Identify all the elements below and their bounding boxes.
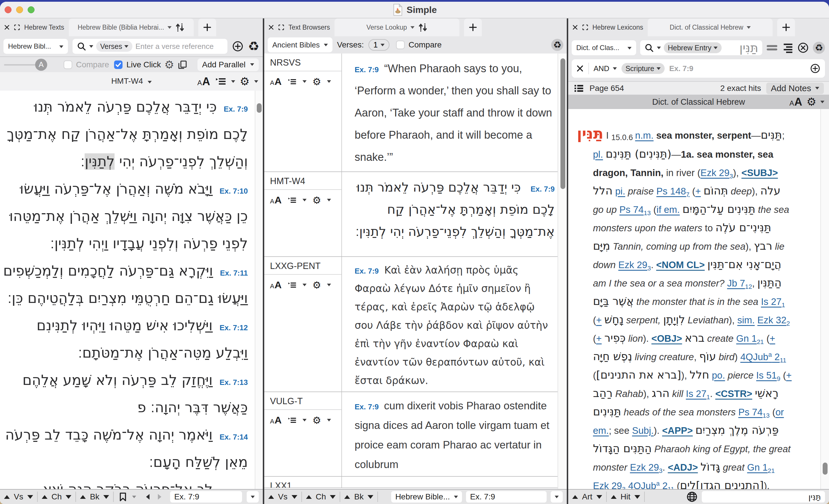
live-click-checkbox[interactable]: Live Click [114,60,161,69]
chevron-down-icon[interactable] [251,496,255,498]
verse-ref[interactable]: Ex. 7:9 [355,402,379,411]
verse-ref[interactable]: Ex. 7:9 [355,267,379,275]
lex-segment[interactable]: <OBJ> [651,333,682,344]
add-circle-icon[interactable] [810,63,820,74]
close-icon[interactable] [268,25,274,30]
lex-segment[interactable]: + [695,186,700,196]
up-triangle-icon[interactable] [4,495,10,499]
module-dropdown[interactable]: Hebrew Bible... [391,491,462,503]
verse-ref[interactable]: Ex. 7:15 [220,487,248,489]
amplify-button[interactable]: ♻ [551,39,563,51]
lex-segment[interactable]: Ps 7413 [738,407,770,417]
gear-icon[interactable]: ⚙ [806,96,816,107]
lex-segment[interactable]: po. [712,370,725,381]
next-arrow-icon[interactable] [156,493,163,501]
slider-knob[interactable]: A [35,59,47,71]
chevron-down-icon[interactable] [327,80,331,83]
lex-segment[interactable]: Jb 712 [727,278,752,288]
verse-ref[interactable]: Ex. 7:11 [220,269,248,277]
add-circle-icon[interactable] [232,41,244,52]
row-text[interactable]: Ex. 7:9 “When Pharaoh says to you,‘Perfo… [342,53,557,171]
expand-icon[interactable] [582,24,588,31]
lex-segment[interactable]: if em. [657,204,680,215]
lex-segment[interactable]: pi. [615,186,625,196]
lex-segment[interactable]: or [776,407,784,417]
verse-ref[interactable]: Ex. 7:10 [220,187,248,195]
up-triangle-icon[interactable] [611,495,617,499]
lexicon-content[interactable]: תַּנִּין I 15.0.6 n.m. sea monster, serp… [568,109,829,489]
text-format-icon[interactable] [288,77,297,86]
chevron-down-icon[interactable] [302,419,307,421]
gear-icon[interactable]: ⚙ [312,280,321,290]
plus-icon[interactable] [781,23,791,32]
lex-segment[interactable]: <ADJ> [668,462,698,473]
hebrew-text-content[interactable]: Ex. 7:9כִּי יְדַבֵּר אֲלֵכֶם פַּרְעֹה לֵ… [0,91,263,489]
add-parallel-button[interactable]: Add Parallel [197,59,259,71]
compare-checkbox[interactable]: Compare [396,40,441,49]
duplicate-icon[interactable] [178,60,187,70]
verse-ref[interactable]: Ex. 7:13 [220,378,248,387]
search-icon[interactable] [644,43,654,53]
down-triangle-icon[interactable] [27,495,33,499]
chevron-down-icon[interactable] [555,496,559,498]
checkbox-unchecked-icon[interactable] [396,40,405,49]
scrollbar-thumb[interactable] [561,59,565,189]
reference-field[interactable]: Ex. 7:9 [170,491,242,503]
lex-segment[interactable]: Ezk 293 [618,260,651,270]
plus-icon[interactable] [468,23,478,32]
lex-segment[interactable]: sim. [737,315,755,325]
down-triangle-icon[interactable] [635,495,640,499]
verses-count-select[interactable]: 1 [368,39,390,51]
browser-content[interactable]: NRSVS AA⚙ Ex. 7:9 “When Pharaoh says to … [264,53,567,489]
chevron-down-icon[interactable] [250,63,254,66]
lex-segment[interactable]: Ezk 293 [700,167,733,178]
lex-segment[interactable]: <SUBJ> [742,167,778,178]
gear-icon[interactable]: ⚙ [312,77,321,87]
lex-segment[interactable]: + [596,333,602,344]
scrollbar[interactable] [820,109,829,489]
entry-field[interactable]: תַּנִּין [702,491,825,503]
amplify-recycle-icon[interactable]: ♻ [815,43,823,52]
up-triangle-icon[interactable] [268,495,274,499]
scrollbar-thumb[interactable] [823,463,828,475]
up-triangle-icon[interactable] [80,495,86,499]
chevron-down-icon[interactable] [657,67,661,70]
new-tab-button[interactable] [464,18,482,36]
lex-segment[interactable]: 211 [772,352,786,362]
down-triangle-icon[interactable] [103,495,109,499]
row-module-name[interactable]: LXX1 [264,477,341,488]
scrollbar-thumb[interactable] [257,103,262,113]
chevron-down-icon[interactable] [302,284,307,286]
up-triangle-icon[interactable] [306,495,312,499]
font-size-icon[interactable]: AA [197,75,210,88]
text-format-icon[interactable] [288,416,297,425]
chevron-down-icon[interactable] [454,496,458,498]
row-module-name[interactable]: LXXG-PENT [264,257,341,275]
list-icon[interactable] [573,83,584,94]
right-align-icon[interactable] [782,42,793,53]
lex-segment[interactable]: Is 519 [756,370,780,381]
lex-segment[interactable]: n.m. [635,130,653,141]
row-text[interactable]: Ex. 7:9 Καὶ ἐὰν λαλήσῃ πρὸς ὑμᾶςΦαραὼ λέ… [342,257,557,391]
lex-segment[interactable]: Ezk 293 [593,480,625,489]
checkbox-unchecked-icon[interactable] [63,60,73,69]
add-notes-button[interactable]: Add Notes [766,83,824,94]
font-size-icon[interactable]: AA [270,279,282,290]
font-size-icon[interactable]: AA [270,415,282,426]
prev-arrow-icon[interactable] [144,493,152,501]
chevron-down-icon[interactable] [132,496,136,498]
up-triangle-icon[interactable] [572,495,578,499]
verse-search-field[interactable]: Verses Enter a verse reference [73,39,227,54]
row-module-name[interactable]: VULG-T [264,392,341,410]
globe-icon[interactable] [686,491,698,503]
text-format-icon[interactable] [288,196,297,205]
chevron-down-icon[interactable] [410,26,414,29]
gear-icon[interactable]: ⚙ [240,76,250,87]
row-text[interactable] [342,477,557,488]
up-triangle-icon[interactable] [344,495,350,499]
down-triangle-icon[interactable] [330,495,336,499]
chevron-down-icon[interactable] [324,44,328,46]
row-text[interactable]: Ex. 7:9 cum dixerit vobis Pharao ostendi… [342,392,557,476]
down-triangle-icon[interactable] [597,495,602,499]
text-format-icon[interactable] [215,76,226,87]
